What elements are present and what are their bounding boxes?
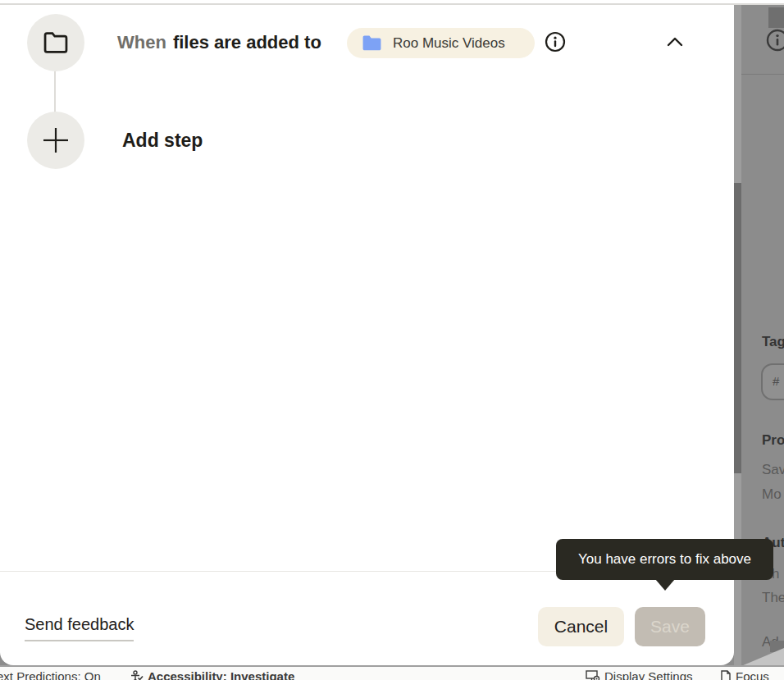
- dimmed-element: [768, 7, 784, 28]
- send-feedback-link[interactable]: Send feedback: [25, 615, 134, 641]
- dimmed-divider: [741, 74, 784, 75]
- chevron-up-icon: [662, 30, 688, 53]
- dimmed-properties-heading: Pro: [762, 432, 784, 449]
- tooltip-arrow: [655, 579, 675, 591]
- display-settings-label: Display Settings: [604, 669, 693, 680]
- folder-blue-icon: [362, 34, 382, 52]
- dimmed-text-line: Mo: [762, 486, 782, 503]
- accessibility-icon: [130, 670, 144, 680]
- folder-outline-icon: [42, 30, 70, 55]
- page-scrollbar-thumb: [734, 183, 741, 473]
- collapse-step-button[interactable]: [662, 30, 688, 53]
- add-step-label[interactable]: Add step: [122, 130, 203, 152]
- error-tooltip-text: You have errors to fix above: [578, 551, 751, 568]
- info-icon: [545, 31, 566, 52]
- trigger-condition: files are added to: [173, 32, 321, 53]
- dimmed-info-icon: [765, 28, 784, 52]
- focus-button[interactable]: Focus: [720, 669, 769, 680]
- folder-chip-label: Roo Music Videos: [393, 35, 505, 52]
- accessibility-label: Accessibility: Investigate: [148, 669, 294, 680]
- dimmed-tag-chip-text: #: [773, 374, 779, 388]
- save-button[interactable]: Save: [635, 607, 705, 646]
- text-predictions-label: ext Predictions: On: [0, 669, 101, 680]
- text-predictions-status[interactable]: ext Predictions: On: [0, 669, 101, 680]
- trigger-headline: When files are added to: [117, 32, 321, 53]
- focus-label: Focus: [736, 669, 769, 680]
- word-status-bar: ext Predictions: On Accessibility: Inves…: [0, 665, 784, 680]
- info-button[interactable]: [545, 31, 566, 52]
- focus-icon: [720, 670, 732, 680]
- dimmed-tags-heading: Tag: [762, 334, 784, 350]
- accessibility-status[interactable]: Accessibility: Investigate: [130, 669, 294, 680]
- dimmed-text-line: The: [762, 590, 784, 606]
- display-settings-icon: [586, 670, 600, 680]
- trigger-prefix: When: [117, 32, 166, 53]
- trigger-step-badge: [27, 14, 84, 71]
- folder-chip[interactable]: Roo Music Videos: [347, 28, 535, 58]
- cancel-button[interactable]: Cancel: [538, 607, 624, 646]
- plus-icon: [40, 125, 71, 156]
- error-tooltip: You have errors to fix above: [556, 539, 773, 580]
- top-divider: [0, 0, 784, 5]
- add-step-button[interactable]: [27, 112, 84, 169]
- dimmed-text-line: Sav: [762, 462, 784, 478]
- display-settings-button[interactable]: Display Settings: [586, 669, 693, 680]
- step-connector-line: [54, 71, 56, 112]
